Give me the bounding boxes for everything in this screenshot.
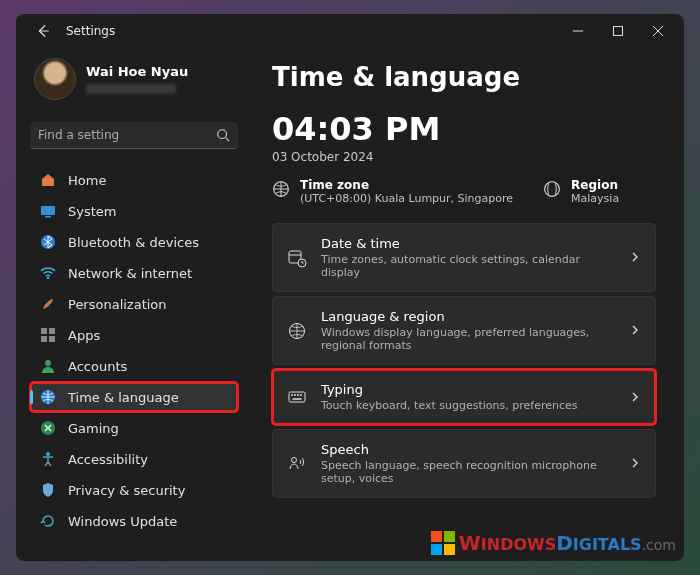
chevron-right-icon [629,388,641,407]
timezone-label: Time zone [300,178,513,192]
search-icon [216,128,230,142]
back-button[interactable] [30,18,56,44]
svg-rect-22 [289,392,305,402]
settings-window: Settings Wai Hoe Nyau Home System [16,14,684,561]
person-icon [40,358,56,374]
keyboard-icon [287,387,307,407]
region-icon [543,180,561,198]
sidebar-item-label: Time & language [68,390,179,405]
sidebar-item-label: Accounts [68,359,127,374]
speech-icon [287,454,307,474]
clock: 04:03 PM [272,110,656,148]
card-title: Speech [321,442,615,457]
sidebar-item-bluetooth[interactable]: Bluetooth & devices [30,227,238,257]
card-title: Language & region [321,309,615,324]
sidebar-item-privacy[interactable]: Privacy & security [30,475,238,505]
svg-point-12 [45,360,51,366]
chevron-right-icon [629,454,641,473]
sidebar-item-label: Home [68,173,106,188]
globe-icon [272,180,290,198]
sidebar-item-label: System [68,204,116,219]
wifi-icon [40,265,56,281]
timezone-info[interactable]: Time zone(UTC+08:00) Kuala Lumpur, Singa… [272,178,513,205]
svg-point-28 [292,457,297,462]
chevron-right-icon [629,248,641,267]
shield-icon [40,482,56,498]
avatar [34,58,76,100]
profile[interactable]: Wai Hoe Nyau [30,52,238,110]
apps-icon [40,327,56,343]
sidebar-item-label: Gaming [68,421,119,436]
sidebar: Wai Hoe Nyau Home System Bluetooth & dev… [16,48,248,561]
region-value: Malaysia [571,192,619,205]
card-typing[interactable]: TypingTouch keyboard, text suggestions, … [272,369,656,425]
region-label: Region [571,178,619,192]
svg-rect-9 [49,328,55,334]
sidebar-item-label: Network & internet [68,266,192,281]
update-icon [40,513,56,529]
home-icon [40,172,56,188]
sidebar-item-label: Accessibility [68,452,148,467]
nav-list: Home System Bluetooth & devices Network … [30,165,238,536]
sidebar-item-label: Privacy & security [68,483,185,498]
sidebar-item-time-language[interactable]: Time & language [30,382,238,412]
system-icon [40,203,56,219]
titlebar: Settings [16,14,684,48]
region-info[interactable]: RegionMalaysia [543,178,619,205]
main-content: Time & language 04:03 PM 03 October 2024… [248,48,684,561]
globe-clock-icon [40,389,56,405]
svg-point-15 [46,452,50,456]
date: 03 October 2024 [272,150,656,164]
close-button[interactable] [638,16,678,46]
card-date-time[interactable]: Date & timeTime zones, automatic clock s… [272,223,656,292]
sidebar-item-home[interactable]: Home [30,165,238,195]
user-name: Wai Hoe Nyau [86,64,188,80]
search-box[interactable] [30,122,238,149]
svg-point-2 [218,130,227,139]
sidebar-item-personalization[interactable]: Personalization [30,289,238,319]
card-sub: Touch keyboard, text suggestions, prefer… [321,399,615,412]
sidebar-item-system[interactable]: System [30,196,238,226]
svg-rect-8 [41,328,47,334]
card-title: Typing [321,382,615,397]
bluetooth-icon [40,234,56,250]
svg-rect-4 [41,206,55,215]
sidebar-item-label: Windows Update [68,514,177,529]
sidebar-item-accessibility[interactable]: Accessibility [30,444,238,474]
card-title: Date & time [321,236,615,251]
sidebar-item-gaming[interactable]: Gaming [30,413,238,443]
svg-rect-1 [614,27,623,36]
brush-icon [40,296,56,312]
windows-logo-icon [431,531,455,555]
sidebar-item-label: Bluetooth & devices [68,235,199,250]
timezone-value: (UTC+08:00) Kuala Lumpur, Singapore [300,192,513,205]
page-title: Time & language [272,62,656,92]
calendar-clock-icon [287,248,307,268]
sidebar-item-apps[interactable]: Apps [30,320,238,350]
language-icon [287,321,307,341]
svg-point-7 [47,277,49,279]
card-sub: Speech language, speech recognition micr… [321,459,615,485]
accessibility-icon [40,451,56,467]
card-speech[interactable]: SpeechSpeech language, speech recognitio… [272,429,656,498]
svg-point-17 [545,182,560,197]
watermark: WINDOWSDIGITALS.com [431,531,676,555]
chevron-right-icon [629,321,641,340]
gaming-icon [40,420,56,436]
svg-rect-5 [45,216,51,218]
svg-line-3 [226,138,230,142]
card-language-region[interactable]: Language & regionWindows display languag… [272,296,656,365]
minimize-button[interactable] [558,16,598,46]
user-email-blurred [86,84,176,94]
window-title: Settings [66,24,115,38]
sidebar-item-label: Personalization [68,297,167,312]
card-sub: Windows display language, preferred lang… [321,326,615,352]
card-sub: Time zones, automatic clock settings, ca… [321,253,615,279]
sidebar-item-update[interactable]: Windows Update [30,506,238,536]
search-input[interactable] [38,128,216,142]
maximize-button[interactable] [598,16,638,46]
sidebar-item-network[interactable]: Network & internet [30,258,238,288]
sidebar-item-accounts[interactable]: Accounts [30,351,238,381]
svg-rect-10 [41,336,47,342]
svg-rect-11 [49,336,55,342]
